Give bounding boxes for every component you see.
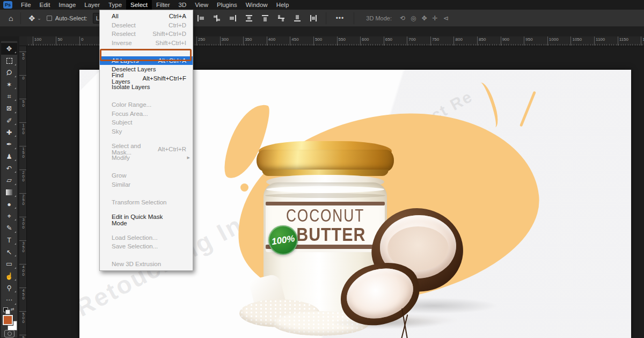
plugins[interactable]: Plugins (213, 0, 241, 10)
3d-orbit-icon[interactable]: ⟲ (400, 14, 405, 22)
select-menu-item[interactable] (100, 163, 193, 172)
move-tool-icon[interactable]: ✥ (25, 14, 38, 23)
help[interactable]: Help (272, 0, 294, 10)
all-layers[interactable]: All Layers Alt+Ctrl+A (100, 56, 193, 65)
healing-brush-tool[interactable]: ✚ (1, 127, 17, 138)
ruler-tick: 50 (19, 52, 26, 75)
eraser-tool[interactable]: ▱ (1, 174, 17, 186)
ruler-tick: 50 (19, 99, 26, 122)
select-menu-item[interactable] (100, 47, 193, 56)
ruler-tick: 0 (19, 75, 26, 99)
tool-icon: ↶ (6, 165, 12, 172)
3d-pan-icon[interactable]: ✥ (422, 14, 427, 22)
ruler-tick: 550 (19, 335, 26, 338)
path-selection-tool[interactable]: ↖ (1, 246, 17, 258)
ruler-tick: 450 (290, 36, 313, 46)
3d-slide-icon[interactable]: ✛ (433, 14, 438, 22)
select-menu-item[interactable] (100, 224, 193, 233)
ruler-tick: 800 (453, 36, 477, 46)
menu-item-label: Sky (112, 128, 122, 135)
menu-item-label: Save Selection... (112, 243, 158, 249)
edit-in-quick-mask-mode[interactable]: Edit in Quick Mask Mode (100, 216, 193, 225)
type-tool[interactable]: T (1, 234, 17, 246)
image[interactable]: Image (54, 0, 80, 10)
foreground-color-swatch[interactable] (3, 315, 13, 325)
orange-crescent-shape (474, 80, 502, 130)
default-colors-icon[interactable] (3, 307, 8, 312)
window[interactable]: Window (241, 0, 272, 10)
gradient-tool[interactable] (1, 187, 17, 199)
history-brush-tool[interactable]: ↶ (1, 163, 17, 174)
save-selection[interactable]: Save Selection... (100, 242, 193, 251)
all[interactable]: All Ctrl+A (100, 12, 193, 21)
reselect[interactable]: Reselect Shift+Ctrl+D (100, 30, 193, 39)
brush-tool[interactable]: ✒ (1, 138, 17, 150)
align-left-edges-icon[interactable] (196, 14, 205, 22)
focus-area[interactable]: Focus Area... (100, 109, 193, 119)
tool-icon: ⚲ (6, 285, 11, 292)
deselect[interactable]: Deselect Ctrl+D (100, 21, 193, 30)
chevron-down-icon[interactable]: ⌄ (37, 16, 41, 21)
eyedropper-tool[interactable]: ✐ (1, 115, 17, 127)
select[interactable]: Select (126, 0, 152, 10)
layer[interactable]: Layer (80, 0, 104, 10)
view[interactable]: View (191, 0, 213, 10)
select-menu-item[interactable] (100, 92, 193, 101)
align-horizontal-centers-icon[interactable] (213, 14, 221, 22)
auto-select-checkbox[interactable] (47, 16, 52, 21)
edit-toolbar-button[interactable]: ⋯ (1, 294, 17, 306)
load-selection[interactable]: Load Selection... (100, 233, 193, 243)
filter[interactable]: Filter (152, 0, 174, 10)
sky[interactable]: Sky (100, 127, 193, 136)
pen-tool[interactable]: ✎ (1, 222, 17, 234)
3d[interactable]: 3D (174, 0, 191, 10)
3d-camera-icon[interactable]: ⊲ (443, 14, 449, 22)
align-right-edges-icon[interactable] (229, 14, 237, 22)
quick-mask-mode-button[interactable] (4, 330, 14, 337)
file[interactable]: File (17, 0, 35, 10)
zoom-tool[interactable]: ⚲ (1, 282, 17, 294)
distribute-horizontals-icon[interactable] (245, 14, 253, 22)
dodge-tool[interactable]: ⌖ (1, 210, 17, 222)
ruler-tick: 400 (19, 264, 26, 288)
similar[interactable]: Similar (100, 180, 193, 189)
align-top-edges-icon[interactable] (261, 14, 269, 22)
submenu-arrow-icon: ▶ (187, 156, 190, 160)
align-vertical-centers-icon[interactable] (277, 14, 286, 22)
modify[interactable]: Modify ▶ (100, 153, 193, 163)
new-3d-extrusion[interactable]: New 3D Extrusion (100, 260, 193, 269)
find-layers[interactable]: Find Layers Alt+Shift+Ctrl+F (100, 74, 193, 83)
color-range[interactable]: Color Range... (100, 100, 193, 109)
edit[interactable]: Edit (35, 0, 55, 10)
3d-mode-label: 3D Mode: (366, 15, 392, 21)
rectangular-marquee-tool[interactable] (1, 55, 17, 67)
align-bottom-edges-icon[interactable] (293, 14, 302, 22)
select-and-mask[interactable]: Select and Mask... Alt+Ctrl+R (100, 145, 193, 154)
inverse[interactable]: Inverse Shift+Ctrl+I (100, 39, 193, 48)
type[interactable]: Type (104, 0, 126, 10)
frame-tool[interactable]: ⊠ (1, 102, 17, 114)
distribute-verticals-icon[interactable] (309, 14, 318, 22)
swap-colors-icon[interactable]: ⇄ (11, 307, 14, 312)
lasso-tool[interactable]: Ϙ (1, 67, 17, 79)
blur-tool[interactable]: ● (1, 199, 17, 210)
select-menu-item[interactable] (100, 251, 193, 260)
menu-item-label: Transform Selection (112, 199, 166, 205)
3d-roll-icon[interactable]: ◎ (411, 14, 416, 22)
select-menu-item[interactable] (100, 189, 193, 198)
more-options-button[interactable]: ••• (336, 14, 345, 22)
home-icon[interactable]: ⌂ (5, 14, 16, 23)
hand-tool[interactable]: ☝ (1, 270, 17, 282)
subject[interactable]: Subject (100, 118, 193, 127)
crop-tool[interactable]: ⌗ (1, 91, 17, 102)
isolate-layers[interactable]: Isolate Layers (100, 83, 193, 92)
rectangle-tool[interactable]: ▭ (1, 258, 17, 270)
transform-selection[interactable]: Transform Selection (100, 198, 193, 207)
menu-item-label: Focus Area... (112, 111, 148, 117)
move-tool[interactable]: ✥ (1, 43, 17, 55)
menu-item-label: Inverse (112, 40, 132, 46)
menu-item-label: Color Range... (112, 101, 151, 108)
object-selection-tool[interactable]: ✶ (1, 79, 17, 91)
grow[interactable]: Grow (100, 171, 193, 180)
clone-stamp-tool[interactable]: ♟ (1, 151, 17, 163)
